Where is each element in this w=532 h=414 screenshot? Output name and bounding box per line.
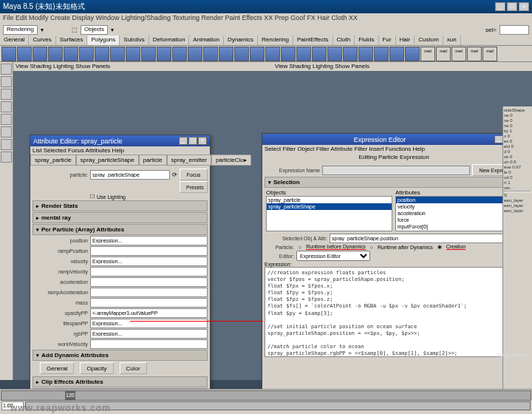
pp-input-rampPosition[interactable]: [90, 246, 208, 256]
maximize-button[interactable]: □: [507, 2, 517, 11]
shelf-icon[interactable]: [110, 47, 125, 61]
expr-name-input[interactable]: [322, 166, 470, 175]
shelf-tab-dynamics[interactable]: Dynamics: [224, 35, 258, 45]
editor-dropdown[interactable]: Expression Editor: [296, 251, 370, 261]
shelf-icon[interactable]: [203, 47, 218, 61]
section-add-dynamic[interactable]: Add Dynamic Attributes: [33, 350, 208, 361]
mel-icon[interactable]: mel: [482, 47, 497, 61]
mode-dropdown[interactable]: Rendering: [3, 25, 38, 35]
general-button[interactable]: General: [40, 362, 74, 374]
tool-icon[interactable]: [1, 64, 12, 75]
shelf-tab-curves[interactable]: Curves: [29, 35, 55, 45]
panel-min-icon[interactable]: _: [179, 137, 188, 145]
shelf-icon[interactable]: [33, 47, 47, 61]
attr-editor-menu[interactable]: List Selected Focus Attributes Help: [30, 146, 210, 155]
close-button[interactable]: ×: [519, 2, 529, 11]
section-selection[interactable]: Selection: [265, 177, 523, 188]
shelf-tab-custom[interactable]: Custom: [415, 35, 443, 45]
shelf-icon[interactable]: [389, 47, 404, 61]
ae-tab[interactable]: spray_particle: [30, 155, 76, 166]
shelf-icon[interactable]: [234, 47, 249, 61]
pp-input-rampAcceleration[interactable]: [90, 288, 208, 297]
pp-input-lifespanPP[interactable]: [90, 319, 208, 328]
shelf-icon[interactable]: [281, 47, 296, 61]
shelf-tab-cloth[interactable]: Cloth: [333, 35, 355, 45]
pp-input-worldVelocity[interactable]: [90, 339, 208, 349]
ae-tab[interactable]: particleClo▸: [211, 155, 251, 166]
tool-icon[interactable]: [1, 101, 12, 112]
shelf-tab-surfaces[interactable]: Surfaces: [56, 35, 88, 45]
shelf-icon[interactable]: [64, 47, 78, 61]
tool-icon[interactable]: [1, 126, 12, 138]
pp-input-opacityPP[interactable]: [90, 308, 208, 318]
shelf-tab-xun[interactable]: xun: [443, 35, 461, 45]
sel-obj-attr-input[interactable]: [330, 234, 523, 243]
mel-icon[interactable]: mel: [451, 47, 466, 61]
color-button[interactable]: Color: [120, 362, 147, 374]
pp-input-rgbPP[interactable]: [90, 329, 208, 339]
sel-input[interactable]: [499, 25, 529, 35]
presets-button[interactable]: Presets: [180, 181, 208, 193]
shelf-icon[interactable]: [219, 47, 233, 61]
pp-input-velocity[interactable]: [90, 257, 208, 266]
panel-max-icon[interactable]: □: [188, 137, 197, 145]
opacity-button[interactable]: Opacity: [80, 362, 113, 374]
tool-icon[interactable]: [1, 152, 12, 163]
shelf-icon[interactable]: [265, 47, 280, 61]
objects-dropdown[interactable]: Objects: [81, 25, 108, 35]
shelf-icon[interactable]: [250, 47, 265, 61]
shelf-tab-subdivs[interactable]: Subdivs: [120, 35, 149, 45]
shelf-tab-rendering[interactable]: Rendering: [258, 35, 293, 45]
ae-tab[interactable]: spray_emitter: [167, 155, 211, 166]
viewport-menu-left[interactable]: View Shading Lighting Show Panels: [13, 62, 273, 71]
shelf-tab-deformation[interactable]: Deformation: [149, 35, 190, 45]
shelf-icon[interactable]: [312, 47, 327, 61]
shelf-tab-hair[interactable]: Hair: [396, 35, 415, 45]
pp-input-mass[interactable]: [90, 298, 208, 308]
shelf-icon[interactable]: [48, 47, 63, 61]
mel-icon[interactable]: mel: [436, 47, 451, 61]
shelf-icon[interactable]: [1, 47, 16, 61]
shelf-icon[interactable]: [405, 47, 420, 61]
current-frame[interactable]: 120: [65, 391, 75, 400]
expr-editor-menu[interactable]: Select Filter Object Filter Attribute Fi…: [262, 145, 525, 153]
shelf-tab-polygons[interactable]: Polygons: [87, 35, 120, 45]
tool-icon[interactable]: [1, 89, 12, 100]
shelf-icon[interactable]: [17, 47, 32, 61]
shelf-icon[interactable]: [126, 47, 140, 61]
shelf-icon[interactable]: [343, 47, 358, 61]
shelf-icon[interactable]: [172, 47, 187, 61]
main-menubar[interactable]: File Edit Modify Create Display Window L…: [0, 13, 532, 24]
tool-icon[interactable]: [1, 114, 12, 125]
pp-input-rampVelocity[interactable]: [90, 267, 208, 276]
reload-icon[interactable]: ⟳: [172, 172, 177, 178]
time-slider[interactable]: 120: [1, 390, 531, 401]
shelf-icon[interactable]: [95, 47, 109, 61]
shelf-icon[interactable]: [188, 47, 202, 61]
particle-name-input[interactable]: [90, 170, 170, 180]
shelf-icon[interactable]: [327, 47, 342, 61]
radio-creation[interactable]: Creation: [446, 244, 466, 250]
tool-icon[interactable]: [1, 139, 12, 150]
shelf-icon[interactable]: [141, 47, 156, 61]
pp-input-position[interactable]: [90, 236, 208, 245]
objects-listbox[interactable]: spray_particle spray_particleShape: [266, 196, 392, 231]
mel-icon[interactable]: mel: [420, 47, 435, 61]
radio-runtime-after[interactable]: Runtime after Dynamics: [378, 245, 433, 250]
focus-button[interactable]: Focus: [180, 169, 208, 180]
viewport-menu-right[interactable]: View Shading Lighting Show Panels: [273, 62, 532, 71]
shelf-tab-painteffects[interactable]: PaintEffects: [293, 35, 333, 45]
mel-icon[interactable]: mel: [467, 47, 482, 61]
section-render-stats[interactable]: Render Stats: [33, 200, 208, 211]
shelf-icon[interactable]: [79, 47, 94, 61]
shelf-tab-fur[interactable]: Fur: [379, 35, 396, 45]
ae-tab[interactable]: spray_particleShape: [76, 155, 139, 166]
shelf-icon[interactable]: [374, 47, 389, 61]
shelf-tab-animation[interactable]: Animation: [189, 35, 224, 45]
shelf-icon[interactable]: [157, 47, 171, 61]
radio-runtime-before[interactable]: Runtime before Dynamics: [306, 244, 366, 250]
shelf-tab-fluids[interactable]: Fluids: [355, 35, 378, 45]
tool-icon[interactable]: [1, 76, 12, 87]
pp-input-acceleration[interactable]: [90, 277, 208, 287]
expression-code-input[interactable]: //creation expression floats particles v…: [265, 267, 523, 357]
